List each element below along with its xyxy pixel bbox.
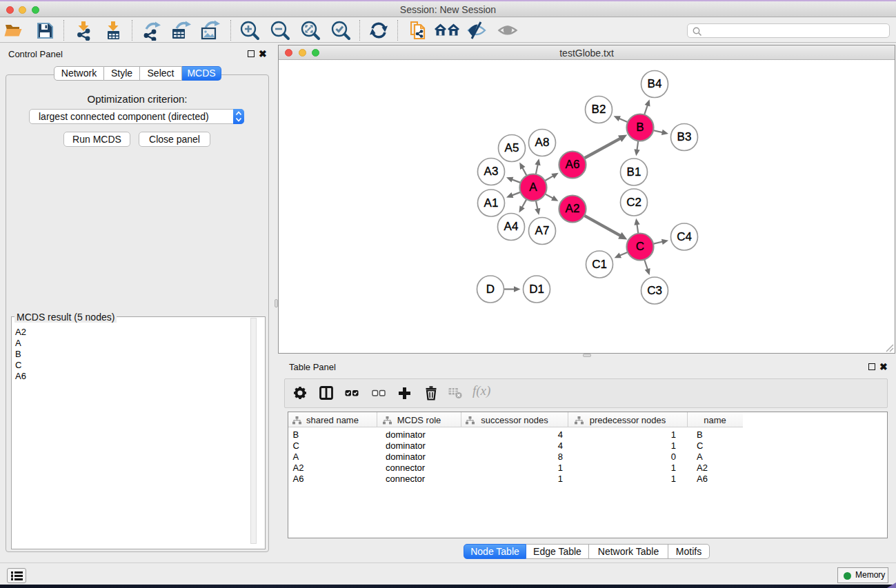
svg-text:A1: A1 (484, 196, 499, 210)
svg-text:D: D (486, 283, 495, 296)
svg-text:B1: B1 (627, 165, 641, 179)
svg-text:A3: A3 (484, 165, 499, 178)
svg-text:C: C (636, 240, 644, 253)
svg-text:A: A (529, 181, 537, 194)
svg-text:A8: A8 (535, 136, 550, 149)
svg-text:B3: B3 (677, 130, 692, 143)
svg-text:C2: C2 (626, 196, 641, 209)
svg-text:A5: A5 (505, 141, 519, 154)
svg-text:A6: A6 (566, 158, 580, 171)
svg-text:B4: B4 (648, 77, 662, 90)
svg-text:C4: C4 (677, 230, 692, 243)
svg-text:A4: A4 (504, 220, 519, 233)
svg-text:B2: B2 (592, 103, 606, 116)
svg-text:A2: A2 (566, 202, 580, 215)
svg-text:C3: C3 (647, 284, 662, 297)
svg-text:C1: C1 (592, 258, 607, 271)
svg-text:B: B (636, 121, 644, 134)
svg-text:A7: A7 (535, 224, 550, 237)
svg-text:D1: D1 (529, 283, 544, 296)
